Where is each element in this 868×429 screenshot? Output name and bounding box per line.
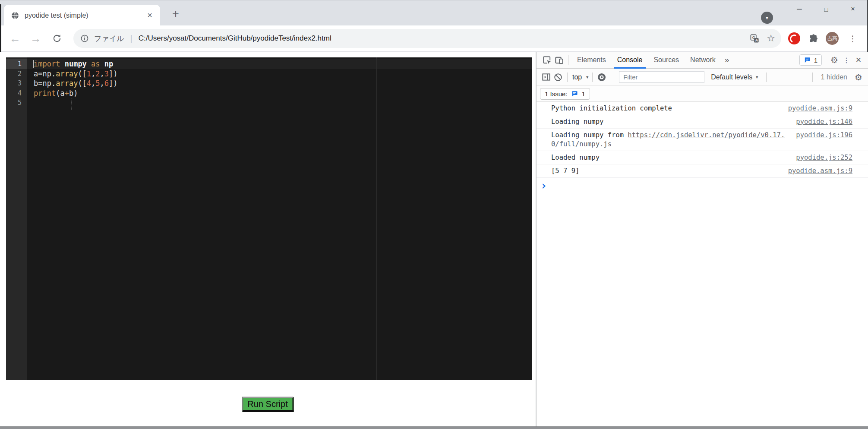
web-page: 1 2 3 4 5 import numpy as np a=np.array(…	[0, 52, 537, 426]
console-sidebar-icon[interactable]	[540, 71, 552, 83]
code-token: ([	[78, 79, 86, 88]
devtools-tab-bar: Elements Console Sources Network » 1 ⚙ ⋮	[537, 52, 868, 69]
code-editor[interactable]: 1 2 3 4 5 import numpy as np a=np.array(…	[6, 57, 532, 380]
live-expression-eye-icon[interactable]	[596, 71, 608, 83]
bookmark-star-icon[interactable]: ☆	[767, 33, 775, 44]
code-token: b=np.	[34, 79, 56, 88]
code-token: ])	[109, 79, 117, 88]
line-number: 2	[6, 69, 27, 79]
window-controls: ─ □ ×	[786, 0, 866, 18]
address-divider: |	[130, 34, 133, 44]
code-token: ,	[100, 69, 104, 78]
svg-text:A: A	[755, 38, 758, 42]
editor-code-area[interactable]: import numpy as np a=np.array([1,2,3]) b…	[27, 59, 532, 108]
print-margin-line	[376, 57, 377, 380]
toolbar-divider	[812, 73, 813, 82]
devtools-settings-gear-icon[interactable]: ⚙	[828, 54, 840, 66]
code-token: b	[69, 89, 73, 98]
minimize-button[interactable]: ─	[786, 0, 813, 18]
new-tab-button[interactable]: +	[168, 6, 183, 21]
toolbar-divider	[592, 73, 593, 82]
issues-counter-button[interactable]: 1	[799, 54, 822, 66]
code-line: b=np.array([4,5,6])	[27, 79, 532, 88]
code-token: ,	[100, 79, 104, 88]
profile-avatar[interactable]: 吉高	[826, 32, 839, 45]
code-line: import numpy as np	[27, 59, 532, 69]
browser-tab[interactable]: pyodide test (simple) ×	[4, 5, 160, 26]
console-message: [5 7 9]	[551, 167, 781, 176]
code-token: as	[91, 60, 100, 68]
console-prompt-chevron-icon[interactable]: ›	[537, 178, 868, 190]
code-token	[100, 60, 104, 68]
chevron-down-icon: ▼	[585, 75, 589, 79]
console-message: Python initialization complete	[551, 104, 781, 113]
devtools-panel: Elements Console Sources Network » 1 ⚙ ⋮	[537, 52, 868, 426]
url-text[interactable]: C:/Users/yosat/Documents/GitHub/pyodideT…	[139, 34, 743, 43]
code-line	[27, 98, 532, 108]
source-link[interactable]: pyodide.js:252	[796, 153, 852, 162]
code-token: a=np.	[34, 69, 56, 78]
source-link[interactable]: pyodide.js:196	[796, 131, 852, 140]
tab-search-button[interactable]: ▼	[761, 12, 773, 24]
toolbar-divider	[567, 73, 568, 82]
back-button[interactable]: ←	[9, 33, 21, 44]
issue-label: 1 Issue:	[545, 90, 568, 98]
console-settings-gear-icon[interactable]: ⚙	[852, 71, 865, 83]
line-number: 4	[6, 88, 27, 98]
code-token: import	[34, 60, 60, 68]
hidden-messages-label[interactable]: 1 hidden	[821, 73, 847, 81]
code-line: print(a+b)	[27, 88, 532, 98]
console-filter-input[interactable]	[619, 71, 704, 83]
more-tabs-chevron-icon[interactable]: »	[721, 55, 733, 65]
line-number: 3	[6, 79, 27, 88]
issue-bar-button[interactable]: 1 Issue: 1	[540, 88, 590, 100]
context-selector[interactable]: top	[572, 73, 582, 81]
chevron-down-icon: ▼	[765, 16, 769, 20]
code-token: numpy	[65, 60, 87, 68]
devtools-close-icon[interactable]: ×	[852, 54, 865, 66]
extensions-puzzle-icon[interactable]	[808, 33, 818, 44]
code-token: array	[56, 79, 78, 88]
forward-button[interactable]: →	[30, 33, 41, 44]
inspect-element-icon[interactable]	[541, 54, 553, 66]
console-message-row: [5 7 9] pyodide.asm.js:9	[537, 164, 868, 178]
info-icon[interactable]	[80, 34, 89, 43]
code-token: ,	[91, 69, 95, 78]
antivirus-extension-icon[interactable]	[788, 32, 800, 44]
source-link[interactable]: pyodide.asm.js:9	[788, 167, 852, 176]
browser-menu-kebab-icon[interactable]: ⋮	[846, 34, 859, 44]
address-bar[interactable]: ファイル | C:/Users/yosat/Documents/GitHub/p…	[73, 29, 781, 48]
console-message-row: Loading numpy from https://cdn.jsdelivr.…	[537, 129, 868, 151]
code-line: a=np.array([1,2,3])	[27, 69, 532, 79]
tab-close-icon[interactable]: ×	[145, 10, 154, 20]
tab-network[interactable]: Network	[685, 52, 721, 69]
source-link[interactable]: pyodide.js:146	[796, 117, 852, 126]
browser-toolbar: ← → ファイル | C:/Users/yosat/Documents/GitH…	[0, 25, 868, 52]
console-message: Loading numpy	[551, 117, 789, 126]
line-number: 1	[6, 59, 27, 69]
tab-console[interactable]: Console	[612, 52, 648, 69]
code-token: ,	[91, 79, 95, 88]
run-script-button[interactable]: Run Script	[242, 397, 294, 412]
clear-console-icon[interactable]	[552, 71, 564, 83]
code-token: 2	[95, 69, 100, 78]
translate-icon[interactable]: G A	[750, 34, 760, 44]
window-left-edge	[0, 4, 1, 52]
scheme-label: ファイル	[94, 34, 124, 44]
console-message-row: Python initialization complete pyodide.a…	[537, 102, 868, 115]
toolbar-divider	[825, 55, 825, 65]
source-link[interactable]: pyodide.asm.js:9	[788, 104, 852, 113]
tab-sources[interactable]: Sources	[648, 52, 685, 69]
code-token: +	[65, 89, 69, 98]
devtools-menu-kebab-icon[interactable]: ⋮	[840, 54, 852, 66]
log-levels-selector[interactable]: Default levels	[711, 73, 752, 81]
code-token: print	[34, 89, 56, 98]
issue-count: 1	[582, 90, 585, 98]
window-close-button[interactable]: ×	[840, 0, 866, 18]
device-toolbar-icon[interactable]	[553, 54, 565, 66]
tab-elements[interactable]: Elements	[571, 52, 612, 69]
maximize-button[interactable]: □	[813, 0, 840, 18]
issue-bar: 1 Issue: 1	[537, 86, 868, 102]
reload-button[interactable]	[52, 33, 62, 44]
code-token: )	[73, 89, 78, 98]
